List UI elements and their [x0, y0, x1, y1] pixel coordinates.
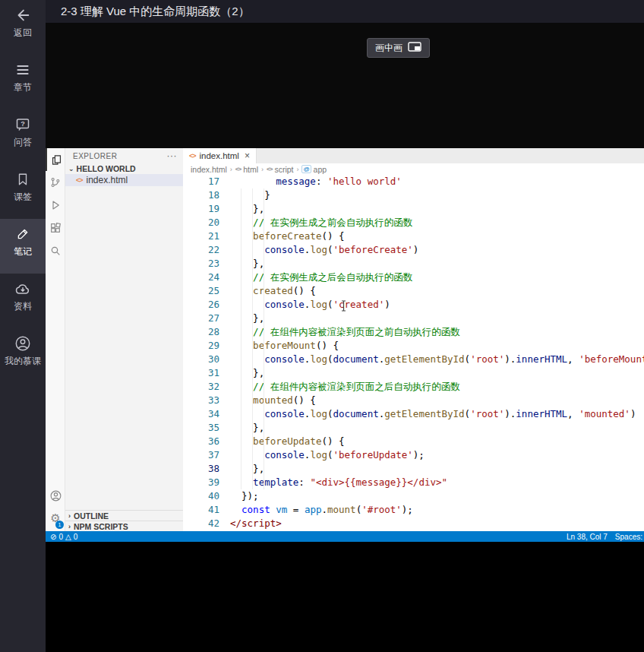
video-player[interactable]: 画中画 ⚙ 1 EXPLORER — [46, 23, 644, 542]
html-file-icon: <> — [76, 176, 83, 184]
pip-button[interactable]: 画中画 — [367, 38, 430, 58]
line-number: 39 — [183, 476, 219, 489]
code-text: }, — [230, 202, 264, 216]
line-number: 29 — [183, 339, 219, 353]
line-number: 40 — [183, 489, 219, 503]
pip-icon — [408, 42, 421, 54]
line-number: 17 — [183, 175, 219, 188]
sidebar-item-bookmark[interactable]: 课签 — [0, 164, 46, 219]
sidebar-item-menu[interactable]: 章节 — [0, 55, 46, 109]
code-text: }, — [230, 462, 264, 476]
section-outline[interactable]: ›OUTLINE — [65, 510, 183, 521]
workspace-name: HELLO WORLD — [77, 164, 136, 173]
status-bar-left: ⊘ 0 △ 0 — [50, 533, 77, 541]
video-title-bar: 2-3 理解 Vue 中的生命周期函数（2） — [46, 0, 644, 23]
source-control-icon[interactable] — [46, 171, 65, 194]
breadcrumb-separator-icon: › — [261, 166, 264, 173]
line-number: 34 — [183, 407, 219, 421]
tab-close-icon[interactable]: × — [245, 150, 250, 161]
search-icon[interactable] — [46, 239, 65, 262]
file-list: <>index.html — [65, 174, 183, 186]
explorer-header: EXPLORER ··· — [65, 148, 183, 163]
code-text: }, — [230, 312, 264, 325]
sidebar-item-avatar[interactable]: 我的慕课 — [0, 328, 46, 383]
indent-guide — [241, 188, 242, 489]
pencil-icon — [14, 225, 32, 243]
file-name: index.html — [87, 175, 128, 185]
account-icon[interactable] — [46, 484, 65, 507]
code-text: }, — [230, 421, 264, 435]
settings-badge: 1 — [55, 521, 64, 529]
qa-icon: ? — [14, 116, 32, 134]
vscode-editor: <> index.html × index.html›<>html›<>scri… — [183, 148, 644, 531]
workspace-folder[interactable]: ⌄ HELLO WORLD — [65, 163, 183, 174]
run-debug-icon[interactable] — [46, 194, 65, 217]
code-text: message: 'hello world' — [230, 175, 402, 188]
explorer-bottom-sections: ›OUTLINE›NPM SCRIPTS — [65, 510, 183, 531]
breadcrumb-separator-icon: › — [230, 166, 232, 173]
code-line-42[interactable]: 42</script> — [183, 517, 644, 530]
indent-guide — [252, 188, 253, 489]
page: 返回章节?问答课签笔记资料我的慕课 2-3 理解 Vue 中的生命周期函数（2）… — [0, 0, 644, 652]
extensions-icon[interactable] — [46, 217, 65, 239]
problems-indicator[interactable]: ⊘ 0 △ 0 — [50, 533, 77, 541]
vscode-explorer: EXPLORER ··· ⌄ HELLO WORLD <>index.html … — [65, 148, 183, 531]
tab-label: index.html — [200, 151, 239, 160]
code-text: console.log('beforeCreate') — [230, 243, 418, 257]
settings-gear-icon[interactable]: ⚙ 1 — [46, 507, 65, 530]
code-text: </script> — [230, 517, 282, 530]
line-number: 20 — [183, 216, 219, 229]
warning-icon: △ — [65, 533, 71, 541]
tab-index-html[interactable]: <> index.html × — [183, 148, 257, 163]
code-line-41[interactable]: 41 const vm = app.mount('#root'); — [183, 503, 644, 517]
explorer-icon[interactable] — [46, 148, 65, 171]
mouse-cursor-ibeam — [340, 300, 347, 314]
code-line-40[interactable]: 40 }); — [183, 489, 644, 503]
chevron-down-icon: ⌄ — [68, 165, 74, 172]
code-text: // 在组件内容被渲染到页面之后自动执行的函数 — [230, 380, 460, 394]
sidebar-item-cloud[interactable]: 资料 — [0, 274, 46, 328]
breadcrumb-label: app — [314, 165, 327, 174]
avatar-icon — [14, 334, 32, 353]
sidebar-item-label: 返回 — [2, 27, 44, 38]
platform-sidebar: 返回章节?问答课签笔记资料我的慕课 — [0, 0, 46, 652]
breadcrumb-item-script[interactable]: <>script — [267, 165, 293, 174]
code-text: }, — [230, 366, 264, 380]
line-number: 23 — [183, 257, 219, 271]
vscode-window: ⚙ 1 EXPLORER ··· ⌄ HELLO WORLD <>index.h… — [46, 148, 644, 542]
breadcrumb-separator-icon: › — [296, 166, 298, 173]
section-label: OUTLINE — [74, 511, 109, 521]
code-text: }); — [230, 489, 259, 503]
breadcrumb-item-html[interactable]: <>html — [235, 165, 258, 174]
sidebar-item-label: 我的慕课 — [2, 356, 44, 366]
svg-text:?: ? — [21, 120, 25, 128]
breadcrumb-item-index-html[interactable]: index.html — [191, 165, 227, 174]
breadcrumb-item-app[interactable]: @app — [301, 165, 327, 174]
sidebar-item-label: 问答 — [2, 137, 44, 147]
activity-bar-bottom: ⚙ 1 — [46, 484, 65, 530]
section-npm-scripts[interactable]: ›NPM SCRIPTS — [65, 521, 183, 531]
code-text: mounted() { — [230, 394, 316, 407]
line-number: 24 — [183, 271, 219, 284]
sidebar-item-pencil[interactable]: 笔记 — [0, 219, 46, 274]
line-number: 30 — [183, 353, 219, 366]
cursor-position[interactable]: Ln 38, Col 7 — [567, 533, 608, 541]
line-number: 27 — [183, 312, 219, 325]
code-file-icon: <> — [235, 166, 241, 172]
sidebar-item-label: 资料 — [2, 301, 44, 312]
code-line-17[interactable]: 17 message: 'hello world' — [183, 175, 644, 188]
file-item-index-html[interactable]: <>index.html — [65, 174, 183, 186]
sidebar-item-qa[interactable]: ?问答 — [0, 109, 46, 164]
code-area[interactable]: 17 message: 'hello world'18 }19 },20 // … — [183, 175, 644, 531]
app-symbol-icon: @ — [301, 165, 311, 173]
chevron-right-icon: › — [68, 512, 71, 520]
status-bar-right: Ln 38, Col 7 Spaces: — [567, 533, 642, 541]
explorer-more-icon[interactable]: ··· — [167, 150, 178, 161]
line-number: 22 — [183, 243, 219, 257]
warning-count: 0 — [74, 533, 78, 541]
line-number: 38 — [183, 462, 219, 476]
indent-setting[interactable]: Spaces: — [615, 533, 642, 541]
code-file-icon: <> — [267, 166, 272, 172]
cloud-icon — [14, 280, 32, 298]
sidebar-item-back[interactable]: 返回 — [0, 0, 46, 55]
